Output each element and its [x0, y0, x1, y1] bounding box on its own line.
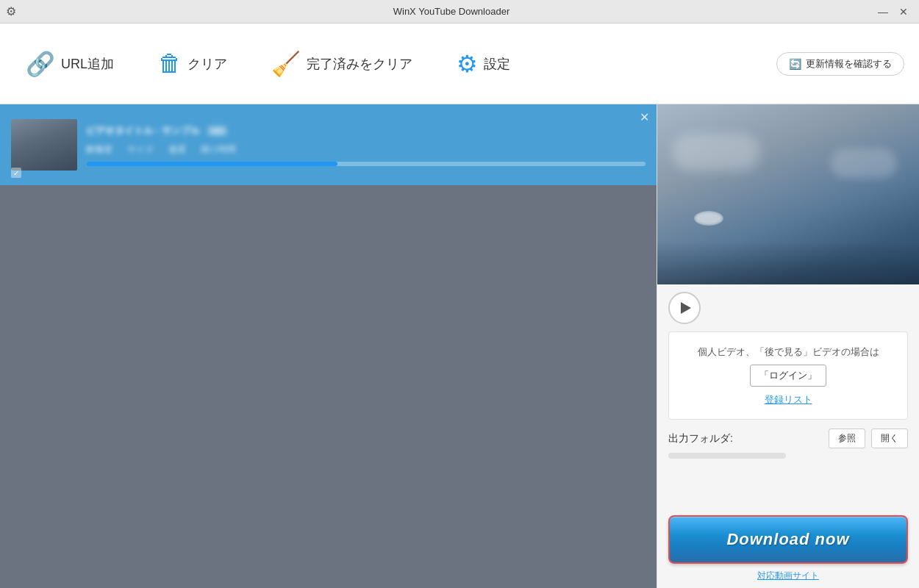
trash-icon: 🗑 [158, 50, 182, 77]
detail-speed: 速度 [168, 143, 186, 156]
toolbar: 🔗 URL追加 🗑 クリア 🧹 完了済みをクリア ⚙ 設定 🔄 更新情報を確認す… [0, 24, 919, 104]
update-label: 更新情報を確認する [806, 57, 892, 71]
download-checkbox[interactable]: ✓ [11, 168, 21, 178]
download-title-row: ビデオタイトル - サンプル HD [86, 124, 646, 137]
video-preview [657, 104, 919, 284]
bird-decoration [694, 211, 723, 226]
main-content: ビデオタイトル - サンプル HD 解像度 サイズ 速度 残り時間 ✕ ✓ [0, 104, 919, 588]
clear-label: クリア [187, 55, 227, 73]
add-url-label: URL追加 [61, 55, 114, 73]
download-progress-row [86, 162, 646, 166]
cloud-decoration-2 [831, 148, 897, 178]
right-panel: 個人ビデオ、「後で見る」ビデオの場合は 「ログイン」 登録リスト 出力フォルダ:… [657, 104, 919, 588]
clear-done-button[interactable]: 🧹 完了済みをクリア [260, 43, 423, 85]
folder-path-display [668, 453, 786, 459]
download-item: ビデオタイトル - サンプル HD 解像度 サイズ 速度 残り時間 ✕ ✓ [0, 104, 657, 185]
settings-label: 設定 [484, 55, 510, 73]
update-icon: 🔄 [789, 58, 801, 70]
add-url-icon: 🔗 [26, 50, 55, 78]
update-button[interactable]: 🔄 更新情報を確認する [776, 52, 904, 76]
login-button[interactable]: 「ログイン」 [750, 365, 826, 386]
browse-button[interactable]: 参照 [829, 429, 865, 448]
progress-bar-fill [86, 162, 337, 166]
cloud-decoration-1 [672, 134, 760, 171]
download-info: ビデオタイトル - サンプル HD 解像度 サイズ 速度 残り時間 [86, 124, 646, 166]
detail-resolution: 解像度 [86, 143, 112, 156]
window-controls: — ✕ [873, 4, 919, 20]
title-bar: ⚙ WinX YouTube Downloader — ✕ [0, 0, 919, 24]
minimize-button[interactable]: — [873, 4, 893, 20]
close-button[interactable]: ✕ [894, 4, 913, 20]
video-info-text: 個人ビデオ、「後で見る」ビデオの場合は [680, 343, 896, 360]
login-row: 「ログイン」 [680, 365, 896, 386]
download-now-button[interactable]: Download now [668, 515, 908, 564]
open-folder-button[interactable]: 開く [871, 429, 908, 448]
download-close-button[interactable]: ✕ [640, 110, 649, 124]
play-row [657, 284, 919, 331]
detail-size: サイズ [127, 143, 154, 156]
panel-spacer [657, 466, 919, 504]
download-title: ビデオタイトル - サンプル [86, 124, 200, 137]
gear-icon: ⚙ [457, 50, 478, 78]
clear-done-label: 完了済みをクリア [307, 55, 412, 73]
play-button[interactable] [668, 292, 701, 324]
video-info-panel: 個人ビデオ、「後で見る」ビデオの場合は 「ログイン」 登録リスト [668, 331, 908, 420]
settings-button[interactable]: ⚙ 設定 [446, 43, 521, 85]
toolbar-right: 🔄 更新情報を確認する [776, 52, 904, 76]
download-badge: HD [207, 126, 228, 136]
register-row: 登録リスト [680, 391, 896, 408]
video-gradient-overlay [657, 240, 919, 284]
clear-button[interactable]: 🗑 クリア [147, 43, 238, 85]
thumbnail-image [11, 119, 77, 171]
download-thumbnail [11, 119, 77, 171]
broom-icon: 🧹 [271, 50, 301, 78]
output-folder-label: 出力フォルダ: [668, 432, 733, 445]
play-triangle-icon [681, 302, 691, 314]
detail-eta: 残り時間 [201, 143, 236, 156]
register-list-link[interactable]: 登録リスト [765, 394, 812, 405]
output-folder-row: 出力フォルダ: 参照 開く [657, 420, 919, 453]
progress-bar-background [86, 162, 646, 166]
compatible-sites-link[interactable]: 対応動画サイト [657, 570, 919, 588]
empty-download-area [0, 185, 657, 588]
download-list: ビデオタイトル - サンプル HD 解像度 サイズ 速度 残り時間 ✕ ✓ [0, 104, 657, 588]
window-title: WinX YouTube Downloader [29, 6, 873, 17]
add-url-button[interactable]: 🔗 URL追加 [15, 43, 125, 85]
download-details-row: 解像度 サイズ 速度 残り時間 [86, 143, 646, 156]
title-bar-left: ⚙ [0, 4, 29, 18]
title-settings-icon[interactable]: ⚙ [6, 4, 16, 18]
